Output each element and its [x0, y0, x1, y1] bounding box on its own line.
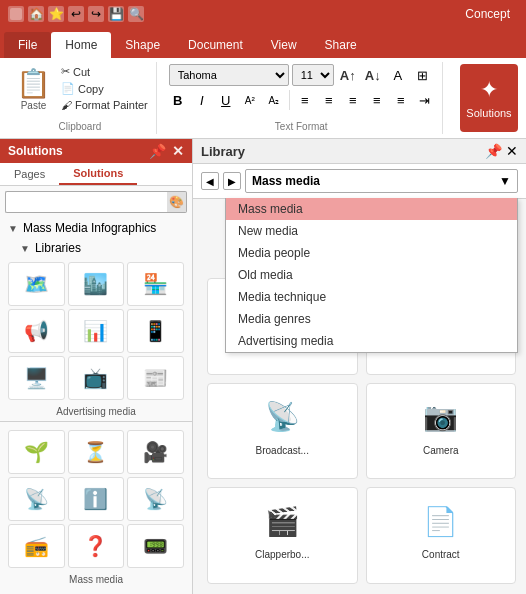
font-color-button[interactable]: A	[387, 64, 409, 86]
thumb-6[interactable]: 📱	[127, 309, 184, 353]
mass-media-label: Mass media	[4, 572, 188, 589]
subscript-button[interactable]: A₂	[263, 89, 285, 111]
superscript-button[interactable]: A²	[239, 89, 261, 111]
tab-pages[interactable]: Pages	[0, 163, 59, 185]
pin-library-icon[interactable]: 📌	[485, 143, 502, 159]
thumb-m6[interactable]: 📡	[127, 477, 184, 521]
redo-icon[interactable]: ↪	[88, 6, 104, 22]
thumb-m8[interactable]: ❓	[68, 524, 125, 568]
pin-icon[interactable]: 📌	[149, 143, 166, 159]
dropdown-item-6[interactable]: Advertising media	[226, 330, 517, 352]
font-size-select[interactable]: 11	[292, 64, 334, 86]
underline-button[interactable]: U	[215, 89, 237, 111]
thumb-4[interactable]: 📢	[8, 309, 65, 353]
paste-button[interactable]: 📋 Paste	[10, 64, 57, 117]
thumb-9[interactable]: 📰	[127, 356, 184, 400]
solutions-panel: Solutions 📌 ✕ Pages Solutions 🎨 ▼ Mass M…	[0, 139, 193, 594]
thumb-m5[interactable]: ℹ️	[68, 477, 125, 521]
thumb-icon-1: 🗺️	[24, 272, 49, 296]
dropdown-item-3[interactable]: Old media	[226, 264, 517, 286]
thumb-1[interactable]: 🗺️	[8, 262, 65, 306]
tab-view[interactable]: View	[257, 32, 311, 58]
tab-share[interactable]: Share	[311, 32, 371, 58]
thumb-7[interactable]: 🖥️	[8, 356, 65, 400]
indent-button[interactable]: ⇥	[414, 89, 436, 111]
solutions-button[interactable]: ✦ Solutions	[460, 64, 518, 132]
dropdown-item-1[interactable]: New media	[226, 220, 517, 242]
panel-header-icons: 📌 ✕	[149, 143, 184, 159]
dropdown-item-2[interactable]: Media people	[226, 242, 517, 264]
align-left-button[interactable]: ≡	[294, 89, 316, 111]
thumb-8[interactable]: 📺	[68, 356, 125, 400]
italic-button[interactable]: I	[191, 89, 213, 111]
nav-prev-button[interactable]: ◀	[201, 172, 219, 190]
thumb-m-icon-6: 📡	[143, 487, 168, 511]
thumb-m2[interactable]: ⏳	[68, 430, 125, 474]
search-input[interactable]	[5, 191, 167, 213]
save-icon[interactable]: 💾	[108, 6, 124, 22]
dropdown-item-0[interactable]: Mass media	[226, 198, 517, 220]
font-row2: B I U A² A₂ ≡ ≡ ≡ ≡ ≡ ⇥	[167, 89, 436, 111]
tab-solutions[interactable]: Solutions	[59, 163, 137, 185]
justify-button[interactable]: ≡	[366, 89, 388, 111]
thumb-m7[interactable]: 📻	[8, 524, 65, 568]
align-center-button[interactable]: ≡	[318, 89, 340, 111]
search-title-icon[interactable]: 🔍	[128, 6, 144, 22]
scissors-icon: ✂	[61, 65, 70, 78]
solutions-icon: ✦	[480, 77, 498, 103]
undo-icon[interactable]: ↩	[68, 6, 84, 22]
format-painter-button[interactable]: 🖌 Format Painter	[59, 98, 150, 112]
app-title: Concept	[465, 7, 510, 21]
solutions-label: Solutions	[466, 107, 511, 119]
home-icon[interactable]: 🏠	[28, 6, 44, 22]
nav-next-button[interactable]: ▶	[223, 172, 241, 190]
solutions-panel-title: Solutions	[8, 144, 63, 158]
lib-item-camera[interactable]: 📷 Camera	[366, 383, 517, 480]
lib-item-broadcast[interactable]: 📡 Broadcast...	[207, 383, 358, 480]
tree-item-libraries[interactable]: ▼ Libraries	[0, 238, 192, 258]
tab-document[interactable]: Document	[174, 32, 257, 58]
paste-label: Paste	[21, 100, 47, 111]
dropdown-value: Mass media	[252, 174, 320, 188]
thumb-m9[interactable]: 📟	[127, 524, 184, 568]
clipboard-label: Clipboard	[58, 117, 101, 132]
close-library-icon[interactable]: ✕	[506, 143, 518, 159]
thumb-m-icon-3: 🎥	[143, 440, 168, 464]
thumb-grid-advertising: 🗺️ 🏙️ 🏪 📢 📊 📱 🖥️ 📺 📰	[4, 258, 188, 404]
dropdown-item-5[interactable]: Media genres	[226, 308, 517, 330]
list-button[interactable]: ≡	[390, 89, 412, 111]
dropdown-item-4[interactable]: Media technique	[226, 286, 517, 308]
mass-media-thumbs: 🌱 ⏳ 🎥 📡 ℹ️ 📡 📻 ❓ 📟 Mass media	[0, 421, 192, 593]
thumb-m3[interactable]: 🎥	[127, 430, 184, 474]
tab-shape[interactable]: Shape	[111, 32, 174, 58]
font-family-select[interactable]: Tahoma	[169, 64, 289, 86]
font-more-button[interactable]: ⊞	[412, 64, 434, 86]
tab-file[interactable]: File	[4, 32, 51, 58]
thumb-m-icon-8: ❓	[83, 534, 108, 558]
paste-icon: 📋	[16, 70, 51, 98]
title-bar: 🏠 ⭐ ↩ ↪ 💾 🔍 Concept	[0, 0, 526, 28]
lib-item-contract[interactable]: 📄 Contract	[366, 487, 517, 584]
bold-button[interactable]: B	[167, 89, 189, 111]
thumb-2[interactable]: 🏙️	[68, 262, 125, 306]
cut-button[interactable]: ✂ Cut	[59, 64, 150, 79]
align-right-button[interactable]: ≡	[342, 89, 364, 111]
copy-button[interactable]: 📄 Copy	[59, 81, 150, 96]
font-grow-button[interactable]: A↑	[337, 64, 359, 86]
font-shrink-button[interactable]: A↓	[362, 64, 384, 86]
thumb-m4[interactable]: 📡	[8, 477, 65, 521]
tree-item-mass-media[interactable]: ▼ Mass Media Infographics	[0, 218, 192, 238]
star-icon[interactable]: ⭐	[48, 6, 64, 22]
font-group: Tahoma 11 A↑ A↓ A ⊞ B I U A² A₂ ≡ ≡ ≡	[161, 62, 443, 134]
tab-home[interactable]: Home	[51, 32, 111, 58]
solutions-panel-header: Solutions 📌 ✕	[0, 139, 192, 163]
close-panel-icon[interactable]: ✕	[172, 143, 184, 159]
library-dropdown[interactable]: Mass media ▼	[245, 169, 518, 193]
broadcast-icon: 📡	[252, 392, 312, 442]
thumb-m1[interactable]: 🌱	[8, 430, 65, 474]
search-icon-button[interactable]: 🎨	[167, 191, 187, 213]
thumb-3[interactable]: 🏪	[127, 262, 184, 306]
thumb-5[interactable]: 📊	[68, 309, 125, 353]
lib-item-clapper[interactable]: 🎬 Clapperbo...	[207, 487, 358, 584]
panel-tree-area: ▼ Mass Media Infographics ▼ Libraries 🗺️…	[0, 218, 192, 593]
